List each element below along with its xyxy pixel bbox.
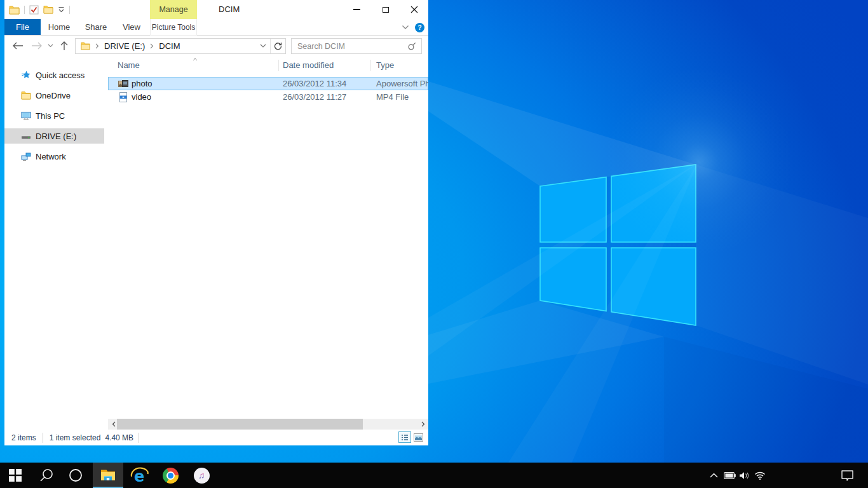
tab-file[interactable]: File: [4, 19, 41, 35]
minimize-icon: [353, 9, 360, 10]
photo-file-icon: [118, 79, 128, 89]
search-icon: [408, 42, 416, 50]
sidebar-item-onedrive[interactable]: OneDrive: [4, 88, 104, 103]
status-bar: 2 items 1 item selected 4.40 MB: [4, 430, 428, 445]
window-title: DCIM: [219, 0, 240, 19]
taskbar-search-button[interactable]: [31, 463, 62, 488]
thumbnail-view-button[interactable]: [412, 431, 424, 443]
tray-expand-chevron-icon[interactable]: [707, 463, 721, 488]
taskbar-search-icon: [39, 468, 53, 482]
breadcrumb-chevron-icon: [95, 43, 99, 49]
status-divider2: [139, 433, 139, 443]
sidebar-item-quick-access[interactable]: Quick access: [4, 67, 104, 83]
selection-size: 4.40 MB: [105, 433, 133, 442]
this-pc-icon: [21, 111, 31, 121]
itunes-button[interactable]: ♫: [186, 463, 217, 488]
qat-separator2: [69, 6, 70, 14]
start-button[interactable]: [0, 463, 31, 488]
column-divider[interactable]: [278, 60, 279, 71]
maximize-icon: [383, 7, 389, 13]
file-date: 26/03/2012 11:27: [283, 92, 346, 102]
column-header-type[interactable]: Type: [376, 57, 394, 74]
quick-access-toolbar: [9, 0, 74, 19]
chrome-icon: [163, 468, 179, 484]
address-toolbar: DRIVE (E:) DCIM: [4, 36, 428, 57]
tab-manage[interactable]: Manage: [150, 0, 197, 19]
file-name: video: [132, 92, 151, 102]
new-folder-icon[interactable]: [43, 5, 53, 14]
sidebar-item-network[interactable]: Network: [4, 149, 104, 164]
tab-share[interactable]: Share: [78, 19, 114, 35]
folder-icon: [81, 42, 90, 50]
breadcrumb-chevron-icon2: [150, 43, 154, 49]
internet-explorer-button[interactable]: e: [125, 463, 155, 488]
file-name: photo: [132, 79, 153, 88]
tab-view[interactable]: View: [114, 19, 149, 35]
file-explorer-icon: [100, 468, 116, 482]
file-type: Apowersoft Pho: [376, 79, 428, 88]
properties-check-icon[interactable]: [29, 5, 39, 15]
sidebar-item-drive-e[interactable]: DRIVE (E:): [4, 128, 104, 144]
minimize-button[interactable]: [342, 0, 371, 19]
up-button[interactable]: [57, 39, 71, 53]
video-file-icon: [118, 92, 128, 102]
file-type: MP4 File: [376, 92, 409, 102]
column-divider2[interactable]: [370, 60, 371, 71]
cortana-button[interactable]: [60, 463, 91, 488]
help-icon[interactable]: ?: [415, 23, 424, 32]
address-divider: [270, 39, 271, 53]
taskbar: e ♫: [0, 463, 868, 488]
action-center-icon[interactable]: [840, 463, 854, 488]
onedrive-icon: [21, 90, 31, 100]
file-date: 26/03/2012 11:34: [283, 79, 346, 88]
horizontal-scrollbar[interactable]: [108, 419, 428, 430]
battery-icon[interactable]: [722, 463, 736, 488]
explorer-app-icon: [9, 5, 20, 15]
expand-ribbon-chevron-icon[interactable]: [402, 25, 409, 30]
navigation-pane: Quick access OneDrive This PC DRIVE (E:)…: [4, 57, 108, 419]
customize-qat-caret-icon[interactable]: [58, 6, 65, 13]
explorer-window: Manage DCIM File Home Share View Picture…: [4, 0, 428, 445]
taskbar-file-explorer-button[interactable]: [93, 463, 123, 488]
recent-locations-caret-icon[interactable]: [46, 39, 54, 53]
breadcrumb-folder[interactable]: DCIM: [159, 41, 180, 51]
sort-ascending-caret-icon: [193, 58, 198, 61]
search-input[interactable]: [292, 42, 408, 51]
close-button[interactable]: [400, 0, 428, 19]
breadcrumb-drive[interactable]: DRIVE (E:): [104, 41, 145, 51]
itunes-icon: ♫: [194, 468, 210, 484]
volume-icon[interactable]: [737, 463, 751, 488]
refresh-icon[interactable]: [274, 42, 282, 50]
network-icon: [21, 151, 31, 161]
internet-explorer-icon: e: [130, 466, 149, 484]
selection-count: 1 item selected: [50, 433, 101, 442]
file-row-photo[interactable]: photo 26/03/2012 11:34 Apowersoft Pho: [108, 77, 428, 90]
details-view-button[interactable]: [398, 431, 411, 443]
scroll-right-arrow[interactable]: [417, 419, 428, 430]
status-divider: [43, 433, 43, 443]
column-header-name[interactable]: Name: [118, 57, 140, 74]
close-icon: [410, 6, 418, 13]
scrollbar-thumb[interactable]: [117, 419, 363, 430]
column-header-date-modified[interactable]: Date modified: [283, 57, 334, 74]
items-count: 2 items: [11, 433, 36, 442]
address-dropdown-caret-icon[interactable]: [260, 44, 266, 48]
tab-home[interactable]: Home: [41, 19, 78, 35]
chrome-button[interactable]: [155, 463, 186, 488]
column-headers: Name Date modified Type: [108, 57, 428, 74]
cortana-icon: [69, 468, 83, 482]
forward-button[interactable]: [30, 39, 44, 53]
sidebar-item-this-pc[interactable]: This PC: [4, 108, 104, 123]
ribbon-tabs: File Home Share View Picture Tools ?: [4, 19, 428, 36]
drive-icon: [21, 131, 31, 141]
tab-picture-tools[interactable]: Picture Tools: [150, 19, 197, 36]
windows-start-icon: [9, 469, 22, 482]
address-bar[interactable]: DRIVE (E:) DCIM: [75, 38, 286, 54]
file-row-video[interactable]: video 26/03/2012 11:27 MP4 File: [108, 90, 428, 104]
svg-text:e: e: [134, 468, 144, 484]
back-button[interactable]: [11, 39, 25, 53]
maximize-button[interactable]: [371, 0, 400, 19]
wifi-icon[interactable]: [753, 463, 767, 488]
search-box[interactable]: [291, 38, 422, 54]
titlebar: Manage DCIM: [4, 0, 428, 19]
